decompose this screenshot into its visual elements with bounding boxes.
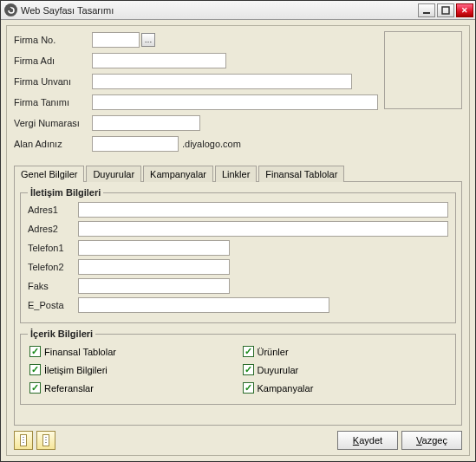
tab-linkler[interactable]: Linkler — [215, 166, 257, 182]
document-icon — [20, 434, 27, 446]
svg-rect-1 — [442, 7, 449, 14]
adres1-label: Adres1 — [28, 205, 78, 215]
firma-adi-label: Firma Adı — [14, 55, 92, 66]
window-title: Web Sayfası Tasarımı — [21, 5, 418, 16]
tab-genel-bilgiler[interactable]: Genel Bilgiler — [14, 166, 84, 182]
tab-kampanyalar[interactable]: Kampanyalar — [143, 166, 213, 182]
firma-unvani-input[interactable] — [92, 74, 352, 89]
chk-label: Duyurular — [258, 365, 299, 375]
check-icon: ✓ — [243, 364, 254, 375]
close-button[interactable]: ✕ — [456, 3, 473, 17]
firma-no-label: Firma No. — [14, 35, 92, 45]
faks-input[interactable] — [78, 278, 230, 294]
chk-label: Referanslar — [44, 383, 94, 394]
minimize-button[interactable] — [418, 3, 435, 17]
firma-no-input[interactable] — [92, 32, 140, 48]
eposta-input[interactable] — [78, 297, 329, 313]
chk-urunler[interactable]: ✓ Ürünler — [243, 346, 447, 357]
telefon2-label: Telefon2 — [28, 262, 78, 272]
iletisim-legend: İletişim Bilgileri — [28, 187, 103, 198]
check-icon: ✓ — [29, 346, 41, 357]
footer-doc-button-1[interactable] — [14, 431, 33, 450]
iletisim-bilgileri-group: İletişim Bilgileri Adres1 Adres2 Telefon… — [20, 187, 456, 323]
chk-label: Finansal Tablolar — [44, 347, 116, 357]
chk-kampanyalar[interactable]: ✓ Kampanyalar — [243, 382, 447, 394]
document-icon — [42, 434, 49, 446]
alan-adi-label: Alan Adınız — [14, 139, 92, 149]
vergi-no-label: Vergi Numarası — [14, 118, 92, 128]
alan-adi-suffix: .diyalogo.com — [182, 139, 241, 149]
firma-unvani-label: Firma Unvanı — [14, 76, 92, 87]
tab-finansal-tablolar[interactable]: Finansal Tablolar — [258, 166, 344, 182]
adres2-label: Adres2 — [28, 224, 78, 234]
adres2-input[interactable] — [78, 221, 448, 237]
tab-bar: Genel Bilgiler Duyurular Kampanyalar Lin… — [14, 165, 462, 181]
adres1-input[interactable] — [78, 202, 448, 218]
vazgec-button[interactable]: Vazgeç — [401, 431, 462, 450]
kaydet-button[interactable]: Kaydet — [337, 431, 398, 450]
logo-placeholder — [384, 31, 462, 109]
check-icon: ✓ — [29, 364, 41, 375]
chk-duyurular[interactable]: ✓ Duyurular — [243, 364, 447, 375]
footer-doc-button-2[interactable] — [36, 431, 55, 450]
firma-tanimi-input[interactable] — [92, 94, 378, 110]
icerik-legend: İçerik Bilgileri — [28, 329, 95, 339]
app-icon — [4, 3, 17, 16]
chk-iletisim-bilgileri[interactable]: ✓ İletişim Bilgileri — [29, 364, 234, 375]
firma-no-lookup-button[interactable]: … — [141, 33, 155, 47]
faks-label: Faks — [28, 281, 78, 291]
chk-referanslar[interactable]: ✓ Referanslar — [29, 382, 234, 394]
chk-label: Ürünler — [258, 347, 289, 357]
firma-tanimi-label: Firma Tanımı — [14, 97, 92, 107]
tab-content: İletişim Bilgileri Adres1 Adres2 Telefon… — [14, 181, 462, 426]
icerik-bilgileri-group: İçerik Bilgileri ✓ Finansal Tablolar ✓ Ü… — [20, 329, 456, 405]
check-icon: ✓ — [243, 346, 254, 357]
chk-label: Kampanyalar — [258, 383, 314, 394]
telefon1-input[interactable] — [78, 240, 230, 256]
firma-adi-input[interactable] — [92, 53, 226, 68]
check-icon: ✓ — [29, 382, 41, 394]
chk-finansal-tablolar[interactable]: ✓ Finansal Tablolar — [29, 346, 234, 357]
maximize-button[interactable] — [437, 3, 454, 17]
eposta-label: E_Posta — [28, 300, 78, 310]
titlebar: Web Sayfası Tasarımı ✕ — [1, 1, 475, 20]
svg-rect-0 — [423, 12, 430, 14]
vergi-no-input[interactable] — [92, 115, 200, 131]
check-icon: ✓ — [243, 382, 254, 394]
telefon1-label: Telefon1 — [28, 243, 78, 253]
tab-duyurular[interactable]: Duyurular — [86, 166, 141, 182]
telefon2-input[interactable] — [78, 259, 230, 275]
chk-label: İletişim Bilgileri — [44, 365, 108, 375]
alan-adi-input[interactable] — [92, 136, 179, 152]
